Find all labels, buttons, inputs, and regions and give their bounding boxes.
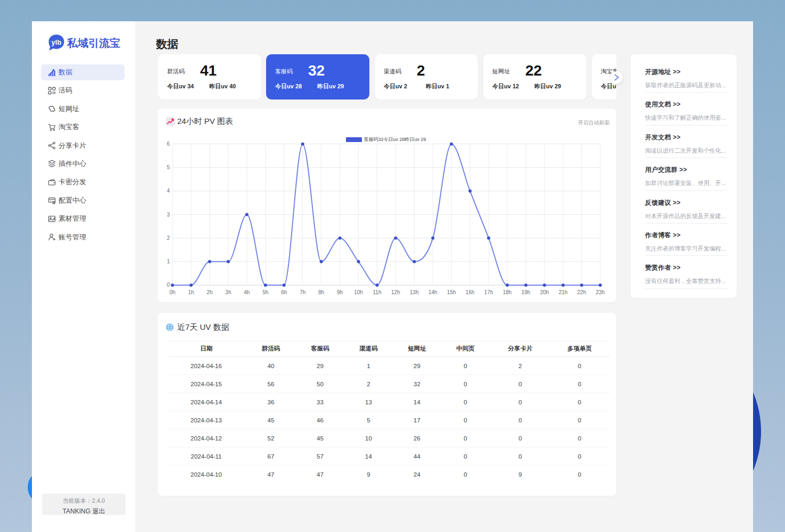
svg-text:9h: 9h: [337, 289, 343, 295]
svg-text:20h: 20h: [540, 289, 549, 295]
svg-text:7h: 7h: [300, 289, 305, 295]
svg-text:1: 1: [167, 259, 170, 264]
svg-text:5h: 5h: [262, 289, 268, 295]
svg-text:0h: 0h: [169, 289, 175, 295]
svg-text:ylb: ylb: [52, 38, 62, 46]
svg-text:2h: 2h: [206, 289, 212, 295]
svg-text:19h: 19h: [522, 289, 531, 295]
svg-text:0: 0: [167, 282, 170, 288]
svg-text:17h: 17h: [484, 289, 493, 295]
svg-text:1h: 1h: [188, 289, 194, 295]
svg-text:10h: 10h: [354, 289, 363, 295]
svg-text:21h: 21h: [559, 289, 568, 295]
svg-text:3: 3: [167, 212, 170, 218]
svg-text:5: 5: [167, 164, 170, 170]
svg-text:12h: 12h: [391, 289, 400, 295]
svg-text:3h: 3h: [225, 289, 231, 295]
svg-text:16h: 16h: [466, 289, 475, 295]
svg-text:18h: 18h: [503, 289, 512, 295]
svg-text:11h: 11h: [373, 289, 382, 295]
svg-text:14h: 14h: [428, 289, 437, 295]
svg-text:13h: 13h: [410, 289, 419, 295]
svg-text:4h: 4h: [244, 289, 250, 295]
svg-text:8h: 8h: [318, 289, 324, 295]
svg-text:15h: 15h: [447, 289, 456, 295]
svg-text:23h: 23h: [596, 289, 605, 295]
svg-text:4: 4: [167, 188, 170, 194]
svg-text:6: 6: [167, 141, 170, 147]
svg-text:2: 2: [167, 235, 170, 241]
svg-text:6h: 6h: [281, 289, 287, 295]
svg-text:22h: 22h: [577, 289, 586, 295]
